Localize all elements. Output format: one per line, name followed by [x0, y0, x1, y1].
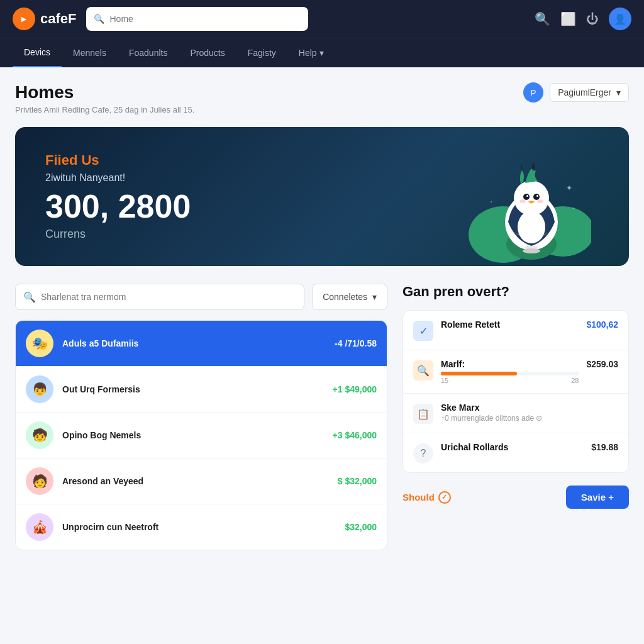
main-content: Homes Privtles Amii Redling Cafe, 25 dag…: [0, 67, 644, 565]
right-item-amount: $259.03: [586, 359, 618, 369]
progress-right: 28: [571, 377, 579, 384]
list-item-avatar: 👦: [26, 375, 53, 403]
hero-content: Fiied Us 2iwituh Nanyeant! 300, 2800 Cur…: [45, 152, 191, 241]
list-item-name: Opino Bog Nemels: [62, 430, 324, 440]
logo: ► cafeF: [13, 8, 76, 30]
progress-left: 15: [441, 377, 448, 384]
list-card: 🎭 Aduls а5 Dufamiis -4 /71/0.58 👦 Out Ur…: [15, 320, 387, 550]
right-item[interactable]: ✓ Roleme Retett $100,62: [403, 311, 628, 350]
right-panel-title: Gan pren overt?: [402, 284, 629, 300]
chevron-down-icon: ▾: [319, 48, 324, 58]
list-item-info: Opino Bog Nemels: [62, 430, 324, 440]
nav: Devics Mennels Foadunlts Products Fagist…: [0, 38, 644, 67]
hero-number: 300, 2800: [45, 190, 191, 223]
list-item-amount: -4 /71/0.58: [335, 338, 377, 348]
nav-item-products[interactable]: Products: [179, 39, 236, 67]
chevron-down-icon: ▾: [372, 292, 377, 302]
search-icon: 🔍: [23, 291, 36, 303]
right-item-icon: 🔍: [413, 360, 433, 380]
right-item-name: Ske Marx: [441, 402, 611, 413]
list-item[interactable]: 👦 Out Urq Formersis +1 $49,000: [16, 367, 387, 413]
pagination-select[interactable]: PagiumlErger ▾: [550, 83, 629, 102]
right-item[interactable]: 📋 Ske Marx ↑0 murrenglade olittons ade ⊙: [403, 394, 628, 433]
page-title: Homes: [15, 82, 194, 103]
right-item-amount: $19.88: [591, 442, 618, 452]
right-item-info: Ske Marx ↑0 murrenglade olittons ade ⊙: [441, 402, 611, 423]
nav-item-devics[interactable]: Devics: [13, 38, 62, 67]
right-item[interactable]: 🔍 Marlf: 15 28 $259.03: [403, 350, 628, 394]
progress-bar: [441, 372, 579, 375]
header-icons: 🔍 ⬜ ⏻ 👤: [535, 8, 631, 30]
list-item-avatar: 🧑: [26, 467, 53, 495]
list-item-avatar: 🧒: [26, 421, 53, 449]
save-button[interactable]: Savie +: [566, 486, 629, 509]
header: ► cafeF 🔍 🔍 ⬜ ⏻ 👤: [0, 0, 644, 38]
pagination-avatar: P: [523, 82, 543, 103]
svg-point-11: [537, 199, 543, 203]
svg-point-5: [514, 180, 549, 216]
right-item-name: Urichal Rollards: [441, 442, 584, 452]
screen-icon[interactable]: ⬜: [560, 11, 576, 26]
right-item[interactable]: ? Urichal Rollards $19.88: [403, 433, 628, 472]
right-item-name: Roleme Retett: [441, 319, 579, 330]
svg-point-9: [536, 195, 538, 197]
pagination-label: PagiumlErger: [558, 87, 611, 97]
list-item[interactable]: 🎭 Aduls а5 Dufamiis -4 /71/0.58: [16, 321, 387, 367]
nav-item-foadunlts[interactable]: Foadunlts: [118, 39, 179, 67]
svg-point-6: [523, 194, 530, 200]
search-filter-row: 🔍 Conneletes ▾: [15, 284, 387, 310]
svg-point-13: [523, 248, 540, 253]
hero-banner: Fiied Us 2iwituh Nanyeant! 300, 2800 Cur…: [15, 127, 629, 266]
search-header-icon[interactable]: 🔍: [535, 11, 550, 26]
logo-icon: ►: [13, 8, 35, 30]
right-item-info: Urichal Rollards: [441, 442, 584, 452]
list-item-info: Unprocirn cun Neetroft: [62, 522, 336, 532]
right-item-icon: ✓: [413, 321, 433, 341]
list-search-input[interactable]: [41, 292, 296, 302]
list-search[interactable]: 🔍: [15, 284, 304, 310]
search-input[interactable]: [109, 14, 300, 24]
list-item-avatar: 🎭: [26, 330, 53, 357]
svg-text:•: •: [572, 205, 574, 211]
search-icon: 🔍: [94, 14, 104, 24]
list-item[interactable]: 🧒 Opino Bog Nemels +3 $46,000: [16, 413, 387, 458]
right-item-info: Marlf: 15 28: [441, 359, 579, 384]
list-item-info: Out Urq Formersis: [62, 384, 324, 394]
hero-mascot: ✦ • •: [465, 140, 591, 266]
list-item[interactable]: 🧑 Aresond an Veyeed $ $32,000: [16, 458, 387, 504]
right-item-icon: ?: [413, 443, 433, 464]
filter-button[interactable]: Conneletes ▾: [312, 284, 387, 310]
list-item-name: Unprocirn cun Neetroft: [62, 522, 336, 532]
bottom-actions: Should ✓ Savie +: [402, 486, 629, 509]
list-item-avatar: 🎪: [26, 513, 53, 541]
left-panel: 🔍 Conneletes ▾ 🎭 Aduls а5 Dufamiis -4 /7…: [15, 284, 387, 550]
power-icon[interactable]: ⏻: [586, 12, 599, 26]
right-item-amount: $100,62: [586, 319, 618, 330]
list-item-amount: +1 $49,000: [333, 384, 377, 394]
page-subtitle: Privtles Amii Redling Cafe, 25 dag in Ju…: [15, 105, 194, 114]
search-bar[interactable]: 🔍: [86, 7, 308, 31]
svg-point-7: [533, 194, 540, 200]
list-item-name: Out Urq Formersis: [62, 384, 324, 394]
right-card: ✓ Roleme Retett $100,62 🔍 Marlf: 15 28 $…: [402, 310, 629, 473]
hero-tag: Fiied Us: [45, 152, 191, 169]
nav-item-fagisty[interactable]: Fagisty: [236, 39, 287, 67]
avatar[interactable]: 👤: [609, 8, 631, 30]
should-link[interactable]: Should ✓: [402, 491, 451, 504]
list-item-amount: +3 $46,000: [333, 430, 377, 440]
svg-text:✦: ✦: [566, 184, 572, 192]
svg-text:•: •: [491, 199, 492, 204]
check-circle-icon: ✓: [438, 491, 451, 504]
list-item-amount: $32,000: [345, 522, 377, 532]
right-item-info: Roleme Retett: [441, 319, 579, 330]
hero-label: Currens: [45, 228, 191, 241]
page-header: Homes Privtles Amii Redling Cafe, 25 dag…: [15, 82, 629, 114]
list-item-info: Aduls а5 Dufamiis: [62, 338, 326, 348]
right-item-icon: 📋: [413, 404, 433, 424]
nav-item-help[interactable]: Help ▾: [287, 39, 335, 67]
nav-item-mennels[interactable]: Mennels: [62, 39, 118, 67]
right-item-name: Marlf:: [441, 359, 579, 369]
list-item-amount: $ $32,000: [338, 476, 377, 486]
list-item-name: Aresond an Veyeed: [62, 476, 329, 486]
list-item[interactable]: 🎪 Unprocirn cun Neetroft $32,000: [16, 504, 387, 550]
